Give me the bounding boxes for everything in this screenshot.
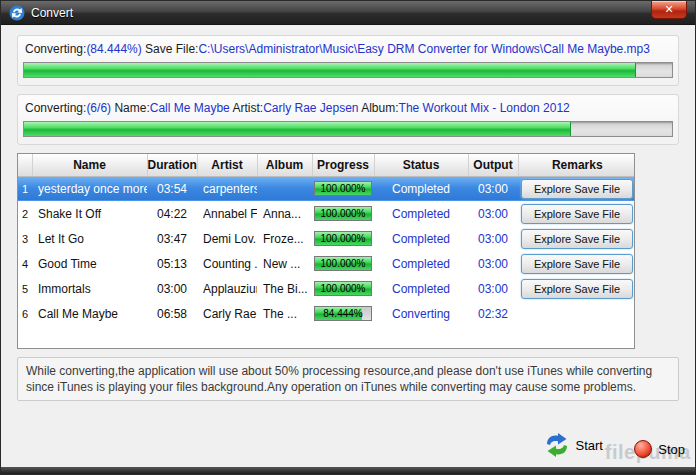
track-duration: 05:13 (147, 251, 197, 276)
header-status[interactable]: Status (374, 154, 468, 176)
track-progress-label: 100.000% (315, 232, 371, 245)
track-duration: 03:54 (147, 176, 197, 201)
track-name: Immortals (32, 276, 147, 301)
track-count: (6/6) (86, 101, 111, 115)
track-remark-cell: Explore Save File (518, 201, 635, 226)
header-progress[interactable]: Progress (312, 154, 374, 176)
table-header-row: Name Duration Artist Album Progress Stat… (18, 154, 635, 176)
table-row[interactable]: 5 Immortals 03:00 Applauzium The Bi... 1… (18, 276, 635, 301)
header-artist[interactable]: Artist (197, 154, 257, 176)
explore-save-file-label: Explore Save File (534, 283, 620, 295)
header-output[interactable]: Output (468, 154, 518, 176)
track-output: 03:00 (468, 226, 518, 251)
track-remark-cell (518, 301, 635, 326)
explore-save-file-button[interactable]: Explore Save File (521, 279, 633, 299)
track-progress-cell: 100.000% (312, 201, 374, 226)
track-status: Converting (374, 301, 468, 326)
current-track-name: Call Me Maybe (150, 101, 230, 115)
file-progress-label: Converting:(84.444%) Save File:C:\Users\… (25, 42, 671, 56)
track-output: 03:00 (468, 276, 518, 301)
track-duration: 03:00 (147, 276, 197, 301)
itunes-notice: While converting,the application will us… (17, 357, 679, 401)
explore-save-file-button[interactable]: Explore Save File (521, 204, 633, 224)
save-file-path: C:\Users\Administrator\Music\Easy DRM Co… (198, 42, 649, 56)
track-progress-bar: 100.000% (314, 181, 372, 196)
explore-save-file-label: Explore Save File (534, 183, 620, 195)
close-button[interactable]: ✕ (651, 1, 687, 19)
track-progress-cell: 100.000% (312, 176, 374, 201)
row-number: 2 (18, 201, 32, 226)
overall-progress-bar (23, 121, 673, 137)
stop-icon (634, 440, 652, 458)
track-progress-cell: 100.000% (312, 251, 374, 276)
track-progress-bar: 100.000% (314, 281, 372, 296)
track-album: The Bi... (257, 276, 312, 301)
track-table: Name Duration Artist Album Progress Stat… (17, 153, 635, 349)
track-status: Completed (374, 251, 468, 276)
header-num[interactable] (18, 154, 32, 176)
track-artist: Annabel Fay (197, 201, 257, 226)
track-name: Call Me Maybe (32, 301, 147, 326)
track-remark-cell: Explore Save File (518, 276, 635, 301)
track-progress-bar: 100.000% (314, 256, 372, 271)
track-progress-label: 100.000% (315, 282, 371, 295)
track-output: 02:32 (468, 301, 518, 326)
row-number: 5 (18, 276, 32, 301)
track-remark-cell: Explore Save File (518, 251, 635, 276)
track-progress-label: 100.000% (315, 207, 371, 220)
stop-button[interactable]: Stop (634, 440, 685, 458)
current-track-artist: Carly Rae Jepsen (263, 101, 358, 115)
track-table-body: 1 yesterday once more 03:54 carpenters 1… (18, 176, 635, 326)
track-status: Completed (374, 176, 468, 201)
convert-window: Convert ✕ Converting:(84.444%) Save File… (0, 0, 696, 475)
explore-save-file-label: Explore Save File (534, 208, 620, 220)
overall-progress-label: Converting:(6/6) Name:Call Me Maybe Arti… (25, 101, 671, 115)
file-progress-fill (24, 63, 636, 77)
track-progress-cell: 84.444% (312, 301, 374, 326)
row-number: 4 (18, 251, 32, 276)
track-status: Completed (374, 276, 468, 301)
window-title: Convert (31, 6, 73, 20)
header-duration[interactable]: Duration (147, 154, 197, 176)
track-duration: 03:47 (147, 226, 197, 251)
explore-save-file-button[interactable]: Explore Save File (521, 179, 633, 199)
overall-progress-fill (24, 122, 571, 136)
track-output: 03:00 (468, 201, 518, 226)
track-status: Completed (374, 226, 468, 251)
track-remark-cell: Explore Save File (518, 176, 635, 201)
explore-save-file-label: Explore Save File (534, 258, 620, 270)
track-duration: 04:22 (147, 201, 197, 226)
track-album (257, 176, 312, 201)
track-progress-bar: 100.000% (314, 231, 372, 246)
track-progress-cell: 100.000% (312, 226, 374, 251)
table-row[interactable]: 6 Call Me Maybe 06:58 Carly Rae ... The … (18, 301, 635, 326)
track-artist: Demi Lov... (197, 226, 257, 251)
track-output: 03:00 (468, 176, 518, 201)
track-remark-cell: Explore Save File (518, 226, 635, 251)
table-row[interactable]: 2 Shake It Off 04:22 Annabel Fay Anna...… (18, 201, 635, 226)
converting-label: Converting: (25, 42, 86, 56)
table-row[interactable]: 3 Let It Go 03:47 Demi Lov... Froze... 1… (18, 226, 635, 251)
save-file-label: Save File: (142, 42, 199, 56)
start-button[interactable]: Start (544, 432, 603, 458)
track-status: Completed (374, 201, 468, 226)
title-bar[interactable]: Convert (1, 1, 695, 25)
overall-progress-group: Converting:(6/6) Name:Call Me Maybe Arti… (17, 94, 679, 145)
current-track-album: The Workout Mix - London 2012 (399, 101, 570, 115)
table-row[interactable]: 1 yesterday once more 03:54 carpenters 1… (18, 176, 635, 201)
header-remarks[interactable]: Remarks (518, 154, 635, 176)
header-name[interactable]: Name (32, 154, 147, 176)
window-bottom-edge (1, 467, 695, 474)
table-row[interactable]: 4 Good Time 05:13 Counting ... New ... 1… (18, 251, 635, 276)
track-progress-bar: 84.444% (314, 306, 372, 321)
file-progress-group: Converting:(84.444%) Save File:C:\Users\… (17, 35, 679, 86)
header-album[interactable]: Album (257, 154, 312, 176)
converting-percent: (84.444%) (86, 42, 141, 56)
track-name: Good Time (32, 251, 147, 276)
track-name: Let It Go (32, 226, 147, 251)
explore-save-file-button[interactable]: Explore Save File (521, 254, 633, 274)
explore-save-file-button[interactable]: Explore Save File (521, 229, 633, 249)
track-progress-label: 100.000% (315, 257, 371, 270)
explore-save-file-label: Explore Save File (534, 233, 620, 245)
start-arrows-icon (544, 432, 570, 458)
